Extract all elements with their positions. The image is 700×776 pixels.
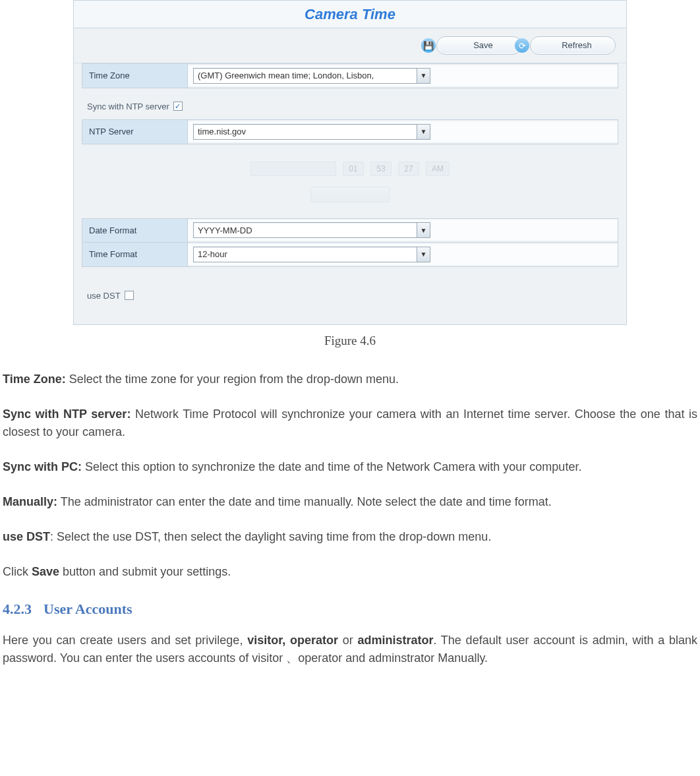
use-dst-checkbox[interactable] — [125, 291, 134, 300]
row-timezone: Time Zone (GMT) Greenwich mean time; Lon… — [82, 63, 618, 88]
refresh-button-label: Refresh — [539, 39, 615, 52]
date-format-value: YYYY-MM-DD — [198, 224, 252, 237]
chevron-down-icon: ▼ — [417, 223, 430, 237]
desc-manually: Manually: The administrator can enter th… — [3, 493, 697, 511]
save-button-label: Save — [445, 39, 521, 52]
camera-time-screenshot: Camera Time 💾 Save ⟳ Refresh Time Zone — [73, 0, 627, 325]
save-icon: 💾 — [421, 38, 436, 53]
ntp-server-value: time.nist.gov — [198, 125, 246, 138]
sync-ntp-checkbox[interactable]: ✓ — [173, 102, 183, 111]
ntp-server-dropdown[interactable]: time.nist.gov ▼ — [193, 124, 430, 140]
ntp-server-label: NTP Server — [82, 120, 188, 144]
panel-toolbar: 💾 Save ⟳ Refresh — [74, 28, 626, 63]
chevron-down-icon: ▼ — [417, 69, 430, 83]
date-format-dropdown[interactable]: YYYY-MM-DD ▼ — [193, 222, 430, 238]
use-dst-label: use DST — [87, 289, 121, 303]
row-ntp-server: NTP Server time.nist.gov ▼ — [82, 119, 618, 144]
timezone-label: Time Zone — [82, 64, 188, 88]
row-use-dst: use DST — [82, 272, 618, 309]
row-sync-ntp: Sync with NTP server ✓ — [82, 94, 618, 120]
section-number: 4.2.3 — [3, 601, 32, 617]
desc-timezone: Time Zone: Select the time zone for your… — [3, 371, 697, 388]
section-title-text: User Accounts — [44, 601, 132, 617]
refresh-icon: ⟳ — [515, 38, 529, 53]
refresh-button[interactable]: ⟳ Refresh — [530, 36, 616, 55]
timezone-value: (GMT) Greenwich mean time; London, Lisbo… — [198, 69, 374, 82]
manual-second: 27 — [398, 162, 419, 176]
manual-date-box — [250, 162, 336, 176]
sync-ntp-label: Sync with NTP server — [87, 100, 169, 113]
timezone-dropdown[interactable]: (GMT) Greenwich mean time; London, Lisbo… — [193, 68, 430, 84]
desc-sync-pc: Sync with PC: Select this option to sync… — [3, 458, 697, 476]
desc-sync-ntp: Sync with NTP server: Network Time Proto… — [3, 405, 697, 441]
row-date-format: Date Format YYYY-MM-DD ▼ — [82, 218, 618, 243]
date-format-label: Date Format — [82, 219, 188, 243]
figure-caption: Figure 4.6 — [0, 332, 700, 351]
section-heading: 4.2.3User Accounts — [3, 598, 697, 620]
row-time-format: Time Format 12-hour ▼ — [82, 242, 618, 267]
desc-use-dst: use DST: Select the use DST, then select… — [3, 528, 697, 546]
desc-save: Click Save button and submit your settin… — [3, 563, 697, 581]
section-body: Here you can create users and set privil… — [3, 632, 697, 667]
chevron-down-icon: ▼ — [417, 125, 430, 139]
time-format-dropdown[interactable]: 12-hour ▼ — [193, 247, 430, 262]
time-format-value: 12-hour — [198, 248, 227, 261]
chevron-down-icon: ▼ — [417, 247, 430, 262]
manual-ampm: AM — [426, 162, 450, 176]
save-button[interactable]: 💾 Save — [436, 36, 522, 55]
manual-apply-button-disabled — [310, 187, 390, 202]
panel-title: Camera Time — [74, 1, 626, 28]
manual-minute: 53 — [370, 162, 392, 176]
time-format-label: Time Format — [82, 243, 188, 266]
manual-hour: 01 — [343, 162, 364, 176]
row-manual-time-disabled: 01 53 27 AM — [82, 150, 618, 183]
